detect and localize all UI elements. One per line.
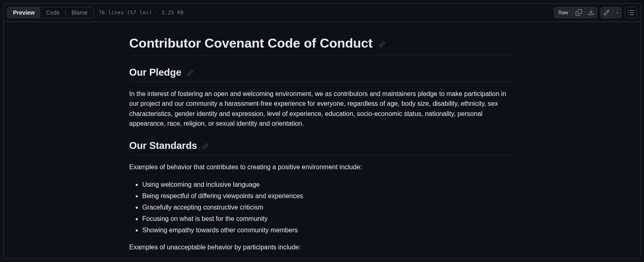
raw-button[interactable]: Raw [554,7,573,18]
copy-icon [576,9,582,16]
file-view-container: Preview Code Blame 76 lines (57 loc) · 3… [3,3,641,259]
file-toolbar: Preview Code Blame 76 lines (57 loc) · 3… [4,4,640,22]
doc-title: Contributor Covenant Code of Conduct [129,36,515,55]
list-item: Focusing on what is best for the communi… [142,213,515,225]
link-icon[interactable] [379,41,385,48]
standards-heading: Our Standards [129,140,515,155]
download-button[interactable] [585,7,597,18]
file-meta: 76 lines (57 loc) · 3.25 KB [99,10,184,15]
pledge-heading: Our Pledge [129,67,515,82]
toolbar-left: Preview Code Blame 76 lines (57 loc) · 3… [7,7,184,18]
standards-positive-intro: Examples of behavior that contributes to… [129,162,515,172]
edit-dropdown-button[interactable] [613,7,622,18]
pledge-body: In the interest of fostering an open and… [129,89,515,129]
link-icon[interactable] [202,143,209,150]
standards-positive-list: Using welcoming and inclusive language B… [129,179,515,236]
doc-title-text: Contributor Covenant Code of Conduct [129,36,373,50]
raw-button-group: Raw [554,7,597,18]
tab-blame[interactable]: Blame [66,7,93,18]
toolbar-right: Raw [554,7,637,18]
tab-code[interactable]: Code [40,7,65,18]
triangle-down-icon [615,11,619,15]
file-content: Contributor Covenant Code of Conduct Our… [4,22,640,258]
tab-preview[interactable]: Preview [7,7,40,18]
list-item: Using welcoming and inclusive language [142,179,515,190]
view-mode-tabs: Preview Code Blame [7,7,94,18]
download-icon [588,9,594,16]
list-item: Gracefully accepting constructive critic… [142,202,515,213]
standards-heading-text: Our Standards [129,140,197,151]
pledge-heading-text: Our Pledge [129,67,181,78]
list-item: Being respectful of differing viewpoints… [142,190,515,202]
outline-button[interactable] [625,7,637,18]
list-item: Showing empathy towards other community … [142,225,515,236]
standards-negative-intro: Examples of unacceptable behavior by par… [129,242,515,252]
edit-button-group [600,7,622,18]
link-icon[interactable] [187,70,193,76]
pencil-icon [603,9,610,16]
list-unordered-icon [628,9,634,16]
edit-button[interactable] [600,7,613,18]
markdown-body: Contributor Covenant Code of Conduct Our… [116,36,528,258]
copy-button[interactable] [573,7,585,18]
